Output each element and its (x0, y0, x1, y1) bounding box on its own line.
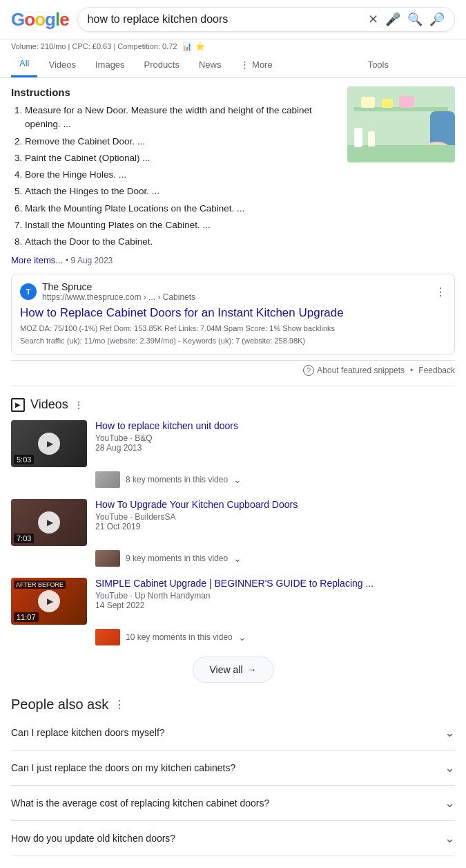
video-thumb-1[interactable]: 5:03 (11, 420, 87, 467)
svg-rect-2 (361, 97, 375, 108)
video-duration-1: 5:03 (14, 455, 34, 464)
source-info: The Spruce https://www.thespruce.com › .… (42, 281, 195, 302)
svg-rect-7 (347, 145, 455, 162)
key-moment-chevron-3[interactable]: ⌄ (238, 632, 246, 643)
result-title[interactable]: How to Replace Cabinet Doors for an Inst… (20, 306, 446, 320)
video-item-2: 7:03 How To Upgrade Your Kitchen Cupboar… (11, 499, 455, 567)
nav-tabs: All Videos Images Products News ⋮ More T… (0, 51, 466, 78)
paa-chevron-2: ⌄ (445, 760, 455, 775)
paa-item-2[interactable]: Can I just replace the doors on my kitch… (11, 751, 455, 786)
snippet-date: • 9 Aug 2023 (66, 256, 113, 265)
keyword-star-icon: ⭐ (195, 42, 205, 50)
result-meta-2: Search traffic (uk): 11/mo (website: 2.3… (20, 335, 446, 348)
svg-rect-4 (399, 96, 414, 108)
video-row-1: 5:03 How to replace kitchen unit doors Y… (11, 420, 455, 467)
video-row-3: AFTER BEFORE 11:07 SIMPLE Cabinet Upgrad… (11, 578, 455, 625)
section-header: ▶ Videos ⋮ (11, 397, 455, 412)
video-source-3: YouTube · Up North Handyman (95, 591, 455, 601)
snippet-image-placeholder (347, 86, 455, 162)
tools-button[interactable]: Tools (360, 53, 397, 77)
video-thumb-2[interactable]: 7:03 (11, 499, 87, 546)
video-source-1: YouTube · B&Q (95, 433, 455, 443)
view-all-arrow-icon: → (247, 664, 257, 675)
list-item: Paint the Cabinet (Optional) ... (25, 151, 339, 165)
key-moment-text-2: 9 key moments in this video (126, 554, 228, 563)
key-moment-thumb-3 (95, 629, 120, 645)
key-moment-chevron-1[interactable]: ⌄ (233, 474, 242, 485)
result-meta-1: MOZ DA: 75/100 (-1%) Ref Dom: 153.85K Re… (20, 323, 446, 335)
tab-images[interactable]: Images (87, 53, 133, 77)
video-duration-2: 7:03 (14, 534, 34, 543)
svg-rect-8 (354, 128, 362, 147)
key-moments-2: 9 key moments in this video ⌄ (95, 550, 455, 567)
key-moments-3: 10 key moments in this video ⌄ (95, 629, 455, 645)
tab-news[interactable]: News (191, 53, 230, 77)
clear-icon[interactable]: ✕ (368, 12, 378, 27)
video-source-2: YouTube · BuildersSA (95, 512, 455, 522)
divider-1 (11, 386, 455, 386)
paa-more-icon[interactable]: ⋮ (114, 698, 125, 711)
video-thumb-3[interactable]: AFTER BEFORE 11:07 (11, 578, 87, 625)
key-moment-text-1: 8 key moments in this video (126, 475, 228, 484)
list-item: Install the Mounting Plates on the Cabin… (25, 218, 339, 232)
paa-item-3[interactable]: What is the average cost of replacing ki… (11, 786, 455, 821)
about-snippets-link[interactable]: ? About featured snippets (303, 365, 405, 376)
paa-title: People also ask ⋮ (11, 697, 455, 713)
videos-title: Videos (30, 397, 68, 412)
main-content: Instructions Measure for a New Door. Mea… (0, 78, 466, 868)
lens-icon[interactable]: 🔍 (407, 12, 423, 27)
snippet-content: Instructions Measure for a New Door. Mea… (11, 86, 339, 265)
key-moment-chevron-2[interactable]: ⌄ (233, 553, 242, 564)
tab-products[interactable]: Products (136, 53, 188, 77)
list-item: Remove the Cabinet Door. ... (25, 135, 339, 149)
video-date-1: 28 Aug 2013 (95, 443, 455, 453)
about-bar: ? About featured snippets • Feedback (11, 360, 455, 380)
voice-icon[interactable]: 🎤 (385, 12, 400, 27)
paa-question-3: What is the average cost of replacing ki… (11, 798, 269, 809)
search-input[interactable] (88, 13, 362, 26)
header: Google ✕ 🎤 🔍 🔎 (0, 0, 466, 39)
keyword-chart-icon: 📊 (182, 42, 192, 50)
question-circle-icon: ? (303, 365, 314, 376)
more-items-row: More items... • 9 Aug 2023 (11, 254, 339, 265)
keyword-bar: Volume: 210/mo | CPC: £0.63 | Competitio… (0, 39, 466, 51)
video-row-2: 7:03 How To Upgrade Your Kitchen Cupboar… (11, 499, 455, 546)
svg-rect-3 (382, 99, 393, 108)
key-moment-thumb-1 (95, 471, 120, 488)
search-submit-icon[interactable]: 🔎 (429, 12, 445, 27)
more-items-link[interactable]: More items... (11, 255, 63, 265)
list-item: Bore the Hinge Holes. ... (25, 168, 339, 182)
video-title-2[interactable]: How To Upgrade Your Kitchen Cupboard Doo… (95, 499, 455, 510)
videos-more-icon[interactable]: ⋮ (74, 399, 84, 411)
video-title-3[interactable]: SIMPLE Cabinet Upgrade | BEGINNER'S GUID… (95, 578, 455, 589)
svg-rect-9 (368, 131, 375, 147)
source-name: The Spruce (42, 281, 195, 292)
video-info-2: How To Upgrade Your Kitchen Cupboard Doo… (95, 499, 455, 531)
google-logo: Google (11, 9, 69, 30)
paa-chevron-1: ⌄ (445, 725, 455, 740)
snippet-feedback-link[interactable]: Feedback (418, 366, 455, 375)
paa-question-1: Can I replace kitchen doors myself? (11, 727, 165, 738)
key-moments-1: 8 key moments in this video ⌄ (95, 471, 455, 488)
video-item-3: AFTER BEFORE 11:07 SIMPLE Cabinet Upgrad… (11, 578, 455, 645)
view-all-button[interactable]: View all → (193, 657, 274, 683)
snippet-title: Instructions (11, 86, 339, 98)
list-item: Mark the Mounting Plate Locations on the… (25, 202, 339, 216)
video-info-3: SIMPLE Cabinet Upgrade | BEGINNER'S GUID… (95, 578, 455, 610)
source-more-icon[interactable]: ⋮ (435, 285, 446, 299)
paa-chevron-4: ⌄ (445, 831, 455, 846)
paa-chevron-3: ⌄ (445, 795, 455, 811)
source-header: T The Spruce https://www.thespruce.com ›… (20, 281, 446, 302)
video-duration-3: 11:07 (14, 612, 39, 622)
video-item-1: 5:03 How to replace kitchen unit doors Y… (11, 420, 455, 488)
paa-section: People also ask ⋮ Can I replace kitchen … (11, 697, 455, 856)
list-item: Attach the Hinges to the Door. ... (25, 185, 339, 198)
list-item: Measure for a New Door. Measure the widt… (25, 104, 339, 132)
tab-all[interactable]: All (11, 51, 37, 77)
tab-videos[interactable]: Videos (40, 53, 84, 77)
video-title-1[interactable]: How to replace kitchen unit doors (95, 420, 455, 431)
paa-item-1[interactable]: Can I replace kitchen doors myself? ⌄ (11, 715, 455, 751)
paa-item-4[interactable]: How do you update old kitchen doors? ⌄ (11, 821, 455, 856)
tab-more[interactable]: ⋮ More (232, 53, 280, 77)
search-bar[interactable]: ✕ 🎤 🔍 🔎 (77, 7, 455, 32)
